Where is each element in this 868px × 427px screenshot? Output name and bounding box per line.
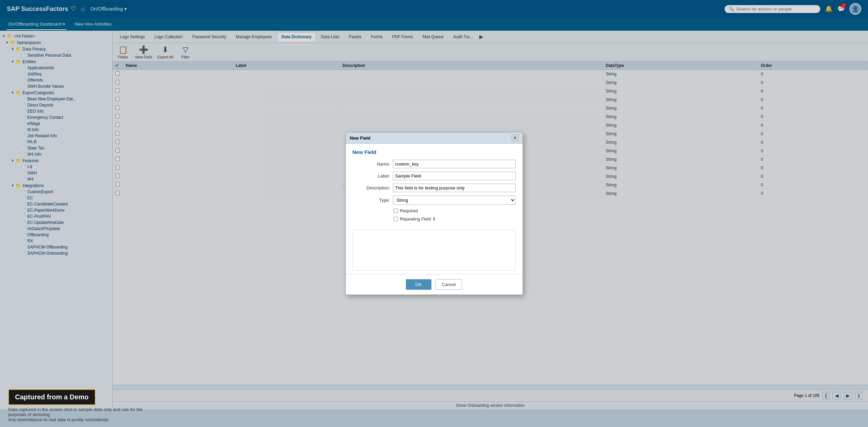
new-field-modal: New Field ✕ New Field Name: Label: Descr… (345, 132, 523, 295)
ok-button[interactable]: OK (406, 279, 431, 290)
demo-title: Captured from a Demo (15, 393, 89, 401)
demo-subtitle: Data captured in the screen-shot is samp… (8, 407, 152, 422)
repeating-help-icon[interactable]: ℹ (433, 216, 435, 222)
label-label: Label: (353, 173, 390, 179)
label-field[interactable] (393, 172, 516, 180)
description-row: Description: (353, 184, 516, 192)
repeating-label: Repeating Field (400, 216, 431, 222)
name-row: Name: (353, 160, 516, 168)
label-row: Label: (353, 172, 516, 180)
type-select[interactable]: String Integer Boolean Date Float (393, 196, 516, 205)
demo-sub-line1: Data captured in the screen-shot is samp… (8, 407, 143, 417)
cancel-button[interactable]: Cancel (436, 279, 462, 290)
description-label: Description: (353, 185, 390, 190)
modal-overlay: New Field ✕ New Field Name: Label: Descr… (0, 0, 868, 427)
required-checkbox[interactable] (394, 209, 398, 213)
modal-body: New Field Name: Label: Description: Type… (346, 144, 523, 230)
modal-inner-header: New Field (353, 149, 516, 155)
description-field[interactable] (393, 184, 516, 192)
modal-title: New Field (350, 136, 371, 141)
modal-titlebar: New Field ✕ (346, 132, 523, 144)
repeating-row: Repeating Field ℹ (394, 216, 516, 222)
demo-sub-line2: Any resemblance to real data is purely c… (8, 417, 108, 422)
name-field[interactable] (393, 160, 516, 168)
repeating-checkbox[interactable] (394, 217, 398, 221)
modal-content-area (353, 230, 516, 271)
modal-close-button[interactable]: ✕ (512, 134, 518, 141)
required-row: Required (394, 208, 516, 213)
demo-banner: Captured from a Demo (8, 389, 96, 405)
type-row: Type: String Integer Boolean Date Float (353, 196, 516, 205)
required-label: Required (400, 208, 418, 213)
modal-footer: OK Cancel (346, 274, 523, 295)
name-label: Name: (353, 161, 390, 167)
type-label: Type: (353, 198, 390, 203)
